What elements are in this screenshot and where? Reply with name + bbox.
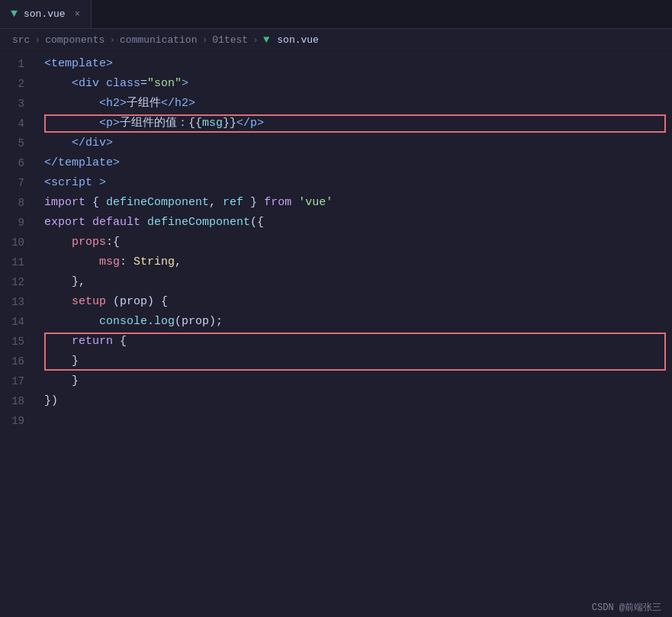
line-num-10: 10 [0,233,38,252]
code-line-3: 3 <h2>子组件</h2> [0,94,672,114]
line-num-12: 12 [0,272,38,292]
line-content-16: } [38,352,672,371]
line-content-1: <template> [38,54,672,74]
code-line-17: 17 } [0,371,672,391]
line-num-13: 13 [0,292,38,312]
breadcrumb-current: ▼ son.vue [263,34,319,46]
code-line-9: 9 export default defineComponent({ [0,213,672,233]
breadcrumb-components: components [45,34,104,46]
code-line-8: 8 import { defineComponent, ref } from '… [0,193,672,213]
line-num-8: 8 [0,193,38,213]
code-line-12: 12 }, [0,272,672,292]
breadcrumb-vue-icon: ▼ [263,34,269,46]
line-content-8: import { defineComponent, ref } from 'vu… [38,193,672,213]
line-content-4: <p>子组件的值：{{msg}}</p> [38,114,672,133]
breadcrumb-sep-2: › [109,34,115,46]
breadcrumb-src: src [12,34,30,46]
code-line-13: 13 setup (prop) { [0,292,672,312]
line-content-5: </div> [38,133,672,153]
code-line-15: 15 return { [0,332,672,352]
tab-close-button[interactable]: × [75,9,80,20]
code-line-5: 5 </div> [0,133,672,153]
line-content-3: <h2>子组件</h2> [38,94,672,114]
line-content-6: </template> [38,153,672,173]
line-num-6: 6 [0,153,38,173]
breadcrumb-sep-1: › [34,34,40,46]
line-num-1: 1 [0,54,38,74]
code-line-19: 19 [0,411,672,431]
code-line-10: 10 props:{ [0,233,672,252]
line-num-3: 3 [0,94,38,114]
code-line-11: 11 msg: String, [0,252,672,272]
tab-label: son.vue [24,8,66,20]
breadcrumb-sep-3: › [201,34,207,46]
line-num-4: 4 [0,114,38,133]
line-num-19: 19 [0,411,38,431]
breadcrumb-file: son.vue [277,34,319,46]
breadcrumb-sep-4: › [252,34,259,46]
code-area: 1 <template> 2 <div class="son"> 3 <h2>子… [0,51,672,431]
line-content-7: <script > [38,173,672,193]
line-content-11: msg: String, [38,252,672,272]
line-content-18: }) [38,391,672,411]
line-num-14: 14 [0,312,38,332]
line-num-16: 16 [0,352,38,371]
status-bar: CSDN @前端张三 [581,598,672,617]
line-content-2: <div class="son"> [38,74,672,94]
line-content-10: props:{ [38,233,672,252]
tab-item-son-vue[interactable]: ▼ son.vue × [0,0,92,28]
line-num-17: 17 [0,371,38,391]
code-line-7: 7 <script > [0,173,672,193]
code-line-4: 4 <p>子组件的值：{{msg}}</p> [0,114,672,133]
code-line-16: 16 } [0,352,672,371]
line-num-11: 11 [0,252,38,272]
line-num-7: 7 [0,173,38,193]
line-content-17: } [38,371,672,391]
line-content-15: return { [38,332,672,352]
line-num-18: 18 [0,391,38,411]
code-line-1: 1 <template> [0,54,672,74]
line-content-14: console.log(prop); [38,312,672,332]
editor[interactable]: 1 <template> 2 <div class="son"> 3 <h2>子… [0,51,672,431]
breadcrumb-communication: communication [120,34,197,46]
tab-bar: ▼ son.vue × [0,0,672,29]
line-content-12: }, [38,272,672,292]
vue-icon: ▼ [11,8,18,21]
code-line-2: 2 <div class="son"> [0,74,672,94]
line-num-5: 5 [0,133,38,153]
code-line-18: 18 }) [0,391,672,411]
line-num-9: 9 [0,213,38,233]
status-label: CSDN @前端张三 [592,603,661,613]
line-content-13: setup (prop) { [38,292,672,312]
line-num-2: 2 [0,74,38,94]
highlight-group-15-16: 15 return { 16 } [0,332,672,371]
breadcrumb-01test: 01test [212,34,248,46]
line-content-9: export default defineComponent({ [38,213,672,233]
line-num-15: 15 [0,332,38,352]
breadcrumb: src › components › communication › 01tes… [0,29,672,51]
code-line-14: 14 console.log(prop); [0,312,672,332]
code-line-6: 6 </template> [0,153,672,173]
